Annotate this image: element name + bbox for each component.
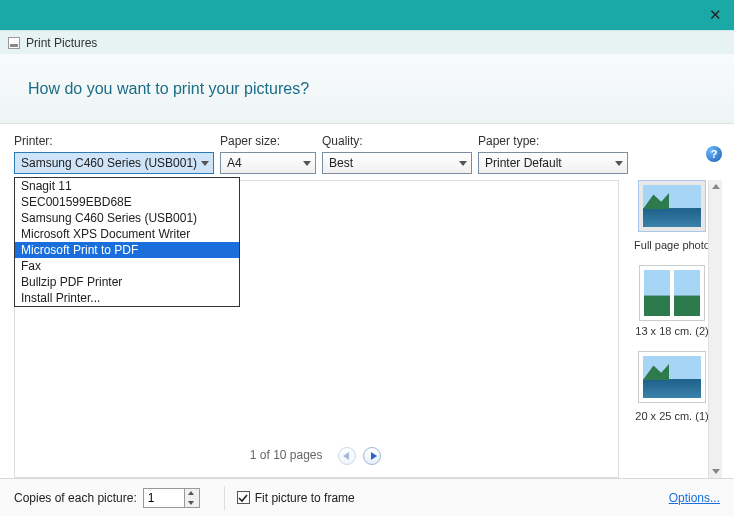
printer-option[interactable]: SEC001599EBD68E xyxy=(15,194,239,210)
quality-label: Quality: xyxy=(322,134,472,148)
layout-thumb xyxy=(638,351,706,403)
fit-label: Fit picture to frame xyxy=(255,491,355,505)
paper-size-combo[interactable]: A4 xyxy=(220,152,316,174)
fit-checkbox[interactable] xyxy=(237,491,250,504)
quality-value: Best xyxy=(329,156,353,170)
pager: 1 of 10 pages xyxy=(15,447,618,465)
printer-option[interactable]: Fax xyxy=(15,258,239,274)
options-link[interactable]: Options... xyxy=(669,491,720,505)
printer-option[interactable]: Microsoft Print to PDF xyxy=(15,242,239,258)
chevron-down-icon xyxy=(303,161,311,166)
chevron-down-icon xyxy=(459,161,467,166)
prev-page-button[interactable] xyxy=(338,447,356,465)
layout-thumb xyxy=(638,180,706,232)
layouts-panel: Full page photo13 x 18 cm. (2)20 x 25 cm… xyxy=(624,180,720,478)
layout-label: 13 x 18 cm. (2) xyxy=(624,325,720,337)
printer-dropdown[interactable]: Snagit 11SEC001599EBD68ESamsung C460 Ser… xyxy=(14,177,240,307)
printer-option[interactable]: Bullzip PDF Printer xyxy=(15,274,239,290)
printer-option[interactable]: Install Printer... xyxy=(15,290,239,306)
banner: How do you want to print your pictures? xyxy=(0,54,734,124)
paper-size-value: A4 xyxy=(227,156,242,170)
printer-option[interactable]: Microsoft XPS Document Writer xyxy=(15,226,239,242)
footer: Copies of each picture: Fit picture to f… xyxy=(0,478,734,516)
quality-combo[interactable]: Best xyxy=(322,152,472,174)
layout-option[interactable]: 20 x 25 cm. (1) xyxy=(624,351,720,422)
pager-text: 1 of 10 pages xyxy=(250,448,323,462)
controls-row: Printer: Samsung C460 Series (USB001) Pa… xyxy=(0,124,734,182)
copies-up-button[interactable] xyxy=(185,489,199,498)
layout-option[interactable]: 13 x 18 cm. (2) xyxy=(624,265,720,337)
page-heading: How do you want to print your pictures? xyxy=(28,80,309,98)
printer-value: Samsung C460 Series (USB001) xyxy=(21,156,197,170)
copies-label: Copies of each picture: xyxy=(14,491,137,505)
title-bar: ✕ xyxy=(0,0,734,30)
separator xyxy=(224,486,225,510)
printer-option[interactable]: Snagit 11 xyxy=(15,178,239,194)
window-title-row: Print Pictures xyxy=(0,30,734,54)
layout-label: 20 x 25 cm. (1) xyxy=(624,410,720,422)
layout-option[interactable]: Full page photo xyxy=(624,180,720,251)
app-icon xyxy=(8,37,20,49)
chevron-down-icon xyxy=(615,161,623,166)
next-page-button[interactable] xyxy=(363,447,381,465)
paper-type-value: Printer Default xyxy=(485,156,562,170)
copies-down-button[interactable] xyxy=(185,498,199,507)
copies-input[interactable] xyxy=(143,488,185,508)
printer-label: Printer: xyxy=(14,134,214,148)
window-title: Print Pictures xyxy=(26,36,97,50)
paper-size-label: Paper size: xyxy=(220,134,316,148)
scrollbar[interactable] xyxy=(708,180,722,478)
help-icon[interactable]: ? xyxy=(706,146,722,162)
close-icon[interactable]: ✕ xyxy=(709,6,722,24)
layout-label: Full page photo xyxy=(624,239,720,251)
chevron-down-icon xyxy=(201,161,209,166)
paper-type-label: Paper type: xyxy=(478,134,628,148)
printer-option[interactable]: Samsung C460 Series (USB001) xyxy=(15,210,239,226)
layout-thumb xyxy=(639,265,705,321)
printer-combo[interactable]: Samsung C460 Series (USB001) xyxy=(14,152,214,174)
paper-type-combo[interactable]: Printer Default xyxy=(478,152,628,174)
